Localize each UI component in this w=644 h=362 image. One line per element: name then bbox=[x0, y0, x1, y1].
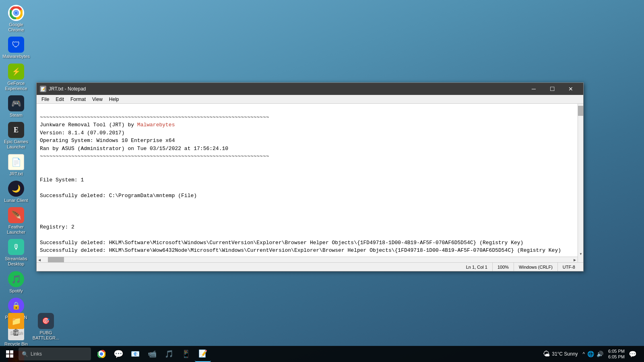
jrt-line-1: Junkware Removal Tool (JRT) by Malwareby… bbox=[40, 122, 175, 128]
titlebar-buttons: ─ ☐ ✕ bbox=[524, 83, 580, 95]
svg-rect-7 bbox=[10, 354, 13, 358]
scroll-down-arrow[interactable]: ▼ bbox=[578, 251, 583, 257]
taskbar-pinned-apps: 💬 📧 📹 🎵 📱 📝 bbox=[93, 346, 211, 362]
maximize-button[interactable]: ☐ bbox=[543, 83, 561, 95]
notification-button[interactable]: 💬 bbox=[626, 346, 639, 362]
svg-rect-4 bbox=[6, 350, 9, 354]
scrollbar-corner bbox=[578, 257, 583, 262]
taskbar-discord[interactable]: 💬 bbox=[110, 346, 126, 362]
svg-point-3 bbox=[14, 11, 18, 14]
taskbar-chrome[interactable] bbox=[93, 346, 109, 362]
notepad-title: JRT.txt - Notepad bbox=[49, 86, 524, 92]
menu-edit[interactable]: Edit bbox=[52, 96, 67, 103]
status-zoom: 100% bbox=[493, 263, 514, 271]
notification-icon: 💬 bbox=[629, 350, 637, 358]
status-position: Ln 1, Col 1 bbox=[461, 263, 493, 271]
desktop-icon-geforce[interactable]: ⚡ GeForceExperience bbox=[2, 62, 31, 93]
desktop-icon-pubg[interactable]: 🎯 PUBGBATTLEGR... bbox=[31, 311, 60, 342]
notepad-menubar: File Edit Format View Help bbox=[37, 95, 583, 104]
system-clock[interactable]: 6:05 PM 6:05 PM bbox=[608, 348, 625, 360]
desktop-icon-spotify[interactable]: 🎵 Spotify bbox=[2, 269, 31, 295]
registry-deleted-2: Successfully deleted: HKLM\Software\Wow6… bbox=[40, 247, 561, 253]
desktop-icon-feather[interactable]: 🪶 FeatherLauncher bbox=[2, 206, 31, 237]
desktop-icon-steam-label: Steam bbox=[10, 113, 23, 118]
desktop-icon-malwarebytes[interactable]: 🛡 Malwarebytes bbox=[2, 35, 31, 61]
registry-deleted-1: Successfully deleted: HKLM\Software\Micr… bbox=[40, 240, 523, 246]
desktop-icon-google-chrome[interactable]: Google Chrome bbox=[2, 3, 31, 34]
weather-display[interactable]: 🌤 31°C Sunny bbox=[543, 350, 578, 358]
search-label: Links bbox=[31, 351, 42, 357]
wavy-line-2: ~~~~~~~~~~~~~~~~~~~~~~~~~~~~~~~~~~~~~~~~… bbox=[40, 153, 269, 159]
desktop-icon-google-chrome-label: Google Chrome bbox=[3, 22, 29, 33]
os-line: Operating System: Windows 10 Enterprise … bbox=[40, 138, 175, 144]
tray-icons: ^ 🌐 🔊 bbox=[582, 351, 603, 357]
desktop-icon-epic-games[interactable]: E Epic GamesLauncher bbox=[2, 120, 31, 151]
desktop-icons: Google Chrome 🛡 Malwarebytes ⚡ GeForceEx… bbox=[0, 0, 32, 362]
system-tray: 🌤 31°C Sunny ^ 🌐 🔊 6:05 PM 6:05 PM 💬 bbox=[540, 346, 642, 362]
notepad-window: 📝 JRT.txt - Notepad ─ ☐ ✕ File Edit Form… bbox=[36, 82, 584, 272]
scroll-left-arrow[interactable]: ◀ bbox=[37, 257, 42, 263]
notepad-text-area[interactable]: ~~~~~~~~~~~~~~~~~~~~~~~~~~~~~~~~~~~~~~~~… bbox=[37, 104, 578, 257]
desktop-icon-spotify-label: Spotify bbox=[9, 288, 23, 294]
desktop-icon-lunar[interactable]: 🌙 Lunar Client bbox=[2, 179, 31, 205]
scroll-right-arrow[interactable]: ▶ bbox=[572, 257, 578, 263]
desktop-icon-streamlabs[interactable]: 🎙 StreamlabsDesktop bbox=[2, 237, 31, 268]
taskbar-phone-link[interactable]: 📱 bbox=[178, 346, 194, 362]
minimize-button[interactable]: ─ bbox=[524, 83, 543, 95]
weather-text: 31°C Sunny bbox=[552, 351, 578, 357]
desktop-icon-shubh-label: Shubh bbox=[10, 330, 23, 335]
registry-header: Registry: 2 bbox=[40, 224, 74, 230]
desktop-icon-geforce-label: GeForceExperience bbox=[5, 81, 27, 91]
clock-time: 6:05 PM bbox=[608, 348, 625, 354]
desktop-icon-lunar-label: Lunar Client bbox=[4, 198, 28, 203]
desktop-icon-jrt[interactable]: 📄 JRT.txt bbox=[2, 152, 31, 178]
desktop: Google Chrome 🛡 Malwarebytes ⚡ GeForceEx… bbox=[0, 0, 644, 362]
svg-rect-6 bbox=[6, 354, 9, 358]
search-icon: 🔍 bbox=[22, 351, 28, 357]
ran-by-line: Ran by ASUS (Administrator) on Tue 03/15… bbox=[40, 146, 228, 152]
vertical-scrollbar[interactable]: ▲ ▼ bbox=[578, 104, 583, 257]
filesystem-deleted: Successfully deleted: C:\ProgramData\mnt… bbox=[40, 193, 197, 199]
desktop-icon-pubg-label: PUBGBATTLEGR... bbox=[33, 330, 59, 341]
menu-view[interactable]: View bbox=[89, 96, 106, 103]
notepad-titlebar: 📝 JRT.txt - Notepad ─ ☐ ✕ bbox=[37, 83, 583, 95]
tray-network-icon[interactable]: 🌐 bbox=[587, 351, 594, 357]
notepad-window-icon: 📝 bbox=[40, 86, 46, 92]
wavy-line-1: ~~~~~~~~~~~~~~~~~~~~~~~~~~~~~~~~~~~~~~~~… bbox=[40, 114, 269, 120]
start-button[interactable] bbox=[2, 346, 18, 362]
menu-file[interactable]: File bbox=[38, 96, 52, 103]
version-line: Version: 8.1.4 (07.09.2017) bbox=[40, 130, 125, 136]
menu-help[interactable]: Help bbox=[106, 96, 122, 103]
desktop-icon-shubh[interactable]: 📁 Shubh bbox=[2, 311, 31, 342]
svg-rect-5 bbox=[10, 350, 13, 354]
status-encoding: UTF-8 bbox=[558, 263, 580, 271]
notepad-body: ~~~~~~~~~~~~~~~~~~~~~~~~~~~~~~~~~~~~~~~~… bbox=[37, 104, 583, 257]
close-button[interactable]: ✕ bbox=[561, 83, 580, 95]
desktop-icon-epic-games-label: Epic GamesLauncher bbox=[4, 139, 28, 150]
scroll-thumb-h[interactable] bbox=[48, 257, 64, 262]
taskbar-gmail[interactable]: 📧 bbox=[127, 346, 143, 362]
weather-icon: 🌤 bbox=[543, 350, 550, 358]
taskbar-spotify[interactable]: 🎵 bbox=[161, 346, 177, 362]
clock-date: 6:05 PM bbox=[608, 354, 625, 360]
tray-chevron[interactable]: ^ bbox=[582, 351, 585, 357]
desktop-icon-feather-label: FeatherLauncher bbox=[7, 224, 25, 235]
svg-point-10 bbox=[100, 353, 103, 355]
desktop-icon-malwarebytes-label: Malwarebytes bbox=[2, 54, 30, 59]
scroll-thumb-v[interactable] bbox=[578, 106, 583, 116]
notepad-statusbar: Ln 1, Col 1 100% Windows (CRLF) UTF-8 bbox=[37, 262, 583, 271]
desktop-icon-jrt-label: JRT.txt bbox=[9, 171, 23, 177]
taskbar-search[interactable]: 🔍 Links bbox=[19, 348, 91, 360]
taskbar-zoom[interactable]: 📹 bbox=[144, 346, 160, 362]
taskbar: 🔍 Links 💬 📧 📹 🎵 📱 📝 bbox=[0, 346, 644, 362]
horizontal-scrollbar-area: ◀ ▶ bbox=[37, 257, 583, 262]
horizontal-scrollbar[interactable]: ◀ ▶ bbox=[37, 257, 578, 262]
malwarebytes-red-text: Malwarebytes bbox=[137, 122, 175, 128]
desktop-icon-streamlabs-label: StreamlabsDesktop bbox=[5, 256, 27, 267]
tray-volume-icon[interactable]: 🔊 bbox=[597, 351, 603, 357]
taskbar-notepad[interactable]: 📝 bbox=[195, 346, 211, 362]
desktop-icon-steam[interactable]: 🎮 Steam bbox=[2, 94, 31, 119]
status-line-ending: Windows (CRLF) bbox=[514, 263, 558, 271]
menu-format[interactable]: Format bbox=[67, 96, 89, 103]
filesystem-header: File System: 1 bbox=[40, 177, 84, 183]
